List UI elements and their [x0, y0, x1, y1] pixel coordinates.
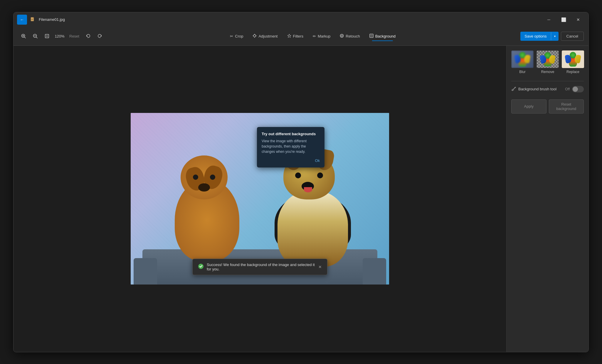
- replace-label: Replace: [566, 70, 579, 74]
- cancel-button[interactable]: Cancel: [561, 32, 584, 41]
- app-window: ← Filename01.jpg ─ ⬜ ✕: [13, 12, 589, 352]
- canvas-area: Try out different backgrounds View the i…: [14, 46, 506, 352]
- file-icon: [30, 17, 36, 23]
- dog-left-head: [181, 155, 228, 199]
- filters-icon: [287, 34, 291, 39]
- remove-label: Remove: [541, 70, 554, 74]
- replace-thumbnail: Preview: [562, 50, 584, 68]
- crop-icon: ✂: [230, 34, 233, 38]
- dog-right-mouth: [304, 187, 312, 192]
- svg-point-23: [198, 264, 204, 269]
- toolbar-left: 120% Reset: [18, 31, 105, 41]
- dog-left-eye-l: [193, 175, 198, 180]
- svg-rect-3: [31, 20, 33, 20]
- success-message: Success! We found the background of the …: [207, 263, 315, 271]
- minimize-button[interactable]: ─: [542, 15, 556, 24]
- crop-label: Crop: [235, 34, 243, 38]
- back-button[interactable]: ←: [17, 15, 27, 25]
- svg-rect-22: [370, 35, 373, 37]
- blur-label: Blur: [519, 70, 525, 74]
- brush-tool-row: Background brush tool Off: [511, 86, 584, 92]
- bg-option-remove[interactable]: Preview Remove: [537, 50, 559, 74]
- redo-button[interactable]: [95, 31, 105, 41]
- svg-point-20: [341, 35, 343, 36]
- remove-thumbnail: Preview: [537, 50, 559, 68]
- reset-background-button[interactable]: Reset background: [549, 99, 584, 114]
- apply-button[interactable]: Apply: [511, 99, 546, 114]
- blur-thumbnail: [511, 50, 534, 68]
- reset-button[interactable]: Reset: [67, 33, 82, 40]
- retouch-label: Retouch: [346, 34, 360, 38]
- tool-background[interactable]: Background: [365, 32, 400, 40]
- maximize-button[interactable]: ⬜: [557, 15, 570, 24]
- brush-icon: [511, 86, 516, 92]
- panel-divider: [511, 81, 584, 81]
- tooltip-ok-button[interactable]: Ok: [315, 158, 320, 163]
- svg-point-24: [512, 90, 513, 91]
- close-button[interactable]: ✕: [571, 15, 585, 24]
- svg-point-13: [253, 35, 256, 37]
- svg-marker-18: [287, 34, 291, 38]
- tooltip-title: Try out different backgrounds: [262, 132, 320, 136]
- bg-option-blur[interactable]: Blur: [511, 50, 534, 74]
- tool-filters[interactable]: Filters: [283, 32, 307, 40]
- background-label: Background: [375, 34, 396, 38]
- dog-right-eye-r: [317, 172, 323, 178]
- sofa-arm-right: [363, 258, 386, 285]
- svg-point-19: [340, 34, 344, 37]
- background-icon: [369, 34, 374, 39]
- window-title: Filename01.jpg: [39, 17, 65, 22]
- bg-option-replace[interactable]: Preview Replace: [562, 50, 584, 74]
- undo-button[interactable]: [83, 31, 93, 41]
- bg-options: Blur Preview Remove: [511, 50, 584, 74]
- action-buttons: Apply Reset background: [511, 99, 584, 114]
- tool-crop[interactable]: ✂ Crop: [226, 32, 247, 40]
- svg-rect-12: [46, 35, 48, 37]
- filters-label: Filters: [293, 34, 303, 38]
- tooltip-ok-container: Ok: [262, 158, 320, 163]
- toolbar-center: ✂ Crop Adjustment: [107, 32, 518, 40]
- tooltip-description: View the image with different background…: [262, 138, 320, 154]
- success-notification: Success! We found the background of the …: [192, 259, 327, 275]
- success-icon: [198, 263, 204, 271]
- image-container: Try out different backgrounds View the i…: [131, 113, 389, 285]
- toolbar: 120% Reset ✂ Crop: [14, 27, 588, 46]
- markup-icon: ✏: [313, 34, 316, 38]
- brush-tool-label: Background brush tool: [518, 87, 563, 91]
- dog-left-nose: [198, 183, 210, 192]
- toolbar-right: Save options ▾ Cancel: [520, 32, 584, 41]
- title-bar: ← Filename01.jpg ─ ⬜ ✕: [14, 12, 588, 27]
- dog-left: [166, 150, 254, 261]
- fit-button[interactable]: [42, 31, 52, 41]
- tool-adjustment[interactable]: Adjustment: [248, 32, 282, 40]
- notification-close-button[interactable]: ✕: [318, 265, 322, 269]
- svg-line-5: [25, 37, 26, 38]
- right-panel: Blur Preview Remove: [506, 46, 588, 352]
- window-controls: ─ ⬜ ✕: [542, 15, 585, 24]
- zoom-out-button[interactable]: [30, 31, 41, 41]
- svg-rect-2: [31, 19, 33, 19]
- markup-label: Markup: [318, 34, 330, 38]
- save-options-label[interactable]: Save options: [520, 32, 551, 41]
- save-options-dropdown[interactable]: ▾: [551, 32, 559, 40]
- dog-right-body: [278, 191, 348, 267]
- adjustment-icon: [253, 34, 257, 39]
- tool-retouch[interactable]: Retouch: [336, 32, 364, 40]
- dog-left-eye-r: [210, 175, 215, 180]
- zoom-in-button[interactable]: [18, 31, 29, 41]
- tool-markup[interactable]: ✏ Markup: [309, 32, 334, 40]
- brush-tool-toggle[interactable]: [572, 86, 584, 92]
- title-bar-left: ← Filename01.jpg: [17, 15, 542, 25]
- adjustment-label: Adjustment: [258, 34, 278, 38]
- svg-line-9: [36, 37, 38, 38]
- main-content: Try out different backgrounds View the i…: [14, 46, 588, 352]
- zoom-value: 120%: [53, 34, 66, 38]
- tooltip-popup: Try out different backgrounds View the i…: [257, 127, 324, 167]
- sofa-arm-left: [134, 258, 157, 285]
- toggle-off-label: Off: [565, 87, 570, 91]
- dog-right-eye-l: [295, 172, 301, 178]
- save-options-button[interactable]: Save options ▾: [520, 32, 558, 41]
- retouch-icon: [340, 34, 344, 39]
